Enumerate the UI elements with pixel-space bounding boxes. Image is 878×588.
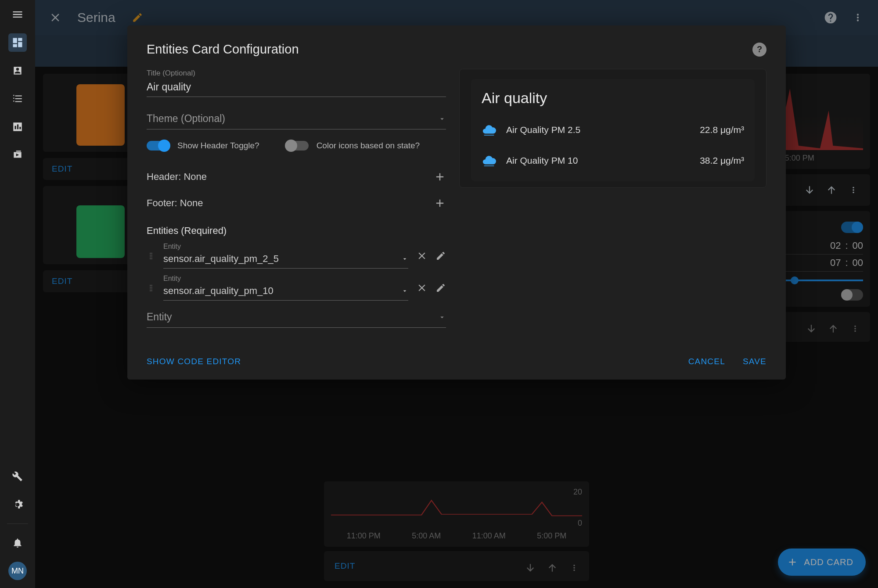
close-icon[interactable] [416, 250, 428, 262]
preview-row: Air Quality PM 10 38.2 μg/m³ [482, 145, 744, 176]
dashboard-icon[interactable] [8, 33, 27, 52]
nav-rail: MN [0, 0, 35, 588]
chevron-down-icon [438, 115, 446, 123]
title-field[interactable]: Title (Optional) [147, 69, 446, 97]
toggle-label: Color icons based on state? [317, 141, 420, 151]
avatar[interactable]: MN [8, 562, 27, 580]
header-none-label: Header: None [147, 171, 207, 183]
preview-value: 22.8 μg/m³ [700, 125, 744, 135]
hamburger-icon[interactable] [8, 5, 27, 24]
wrench-icon[interactable] [8, 467, 27, 486]
bar-chart-icon[interactable] [8, 118, 27, 136]
help-icon[interactable]: ? [752, 43, 766, 57]
cloud-icon [482, 122, 497, 137]
color-icons-toggle[interactable] [286, 141, 309, 151]
pencil-icon[interactable] [435, 283, 446, 293]
save-button[interactable]: SAVE [743, 357, 766, 366]
entity-select[interactable]: sensor.air_quality_pm_2_5 [163, 251, 408, 269]
drag-handle-icon[interactable] [147, 283, 155, 292]
chevron-down-icon [401, 255, 408, 262]
config-dialog: Entities Card Configuration ? Title (Opt… [127, 25, 786, 380]
chevron-down-icon [401, 287, 408, 294]
drag-handle-icon[interactable] [147, 251, 155, 260]
cloud-icon [482, 153, 497, 168]
footer-none-label: Footer: None [147, 197, 203, 209]
entity-row: Entity sensor.air_quality_pm_10 [147, 275, 446, 301]
toggle-label: Show Header Toggle? [177, 141, 259, 151]
theme-field[interactable]: Theme (Optional) [147, 108, 446, 129]
gear-icon[interactable] [8, 495, 27, 514]
entity-select[interactable]: sensor.air_quality_pm_10 [163, 283, 408, 301]
plus-icon[interactable] [434, 171, 446, 183]
modal-scrim[interactable]: Entities Card Configuration ? Title (Opt… [35, 0, 878, 588]
dialog-title: Entities Card Configuration [147, 42, 299, 57]
preview-frame: Air quality Air Quality PM 2.5 22.8 μg/m… [459, 69, 766, 188]
bell-icon[interactable] [8, 534, 27, 552]
list-icon[interactable] [8, 90, 27, 108]
entity-row: Entity sensor.air_quality_pm_2_5 [147, 243, 446, 269]
preview-value: 38.2 μg/m³ [700, 155, 744, 166]
entities-heading: Entities (Required) [147, 225, 446, 237]
pencil-icon[interactable] [435, 251, 446, 261]
cancel-button[interactable]: CANCEL [688, 357, 725, 366]
media-icon[interactable] [8, 146, 27, 164]
plus-icon[interactable] [434, 197, 446, 209]
preview-title: Air quality [482, 90, 744, 107]
new-entity-field[interactable]: Entity [147, 307, 446, 328]
title-input[interactable] [147, 79, 446, 97]
preview-row: Air Quality PM 2.5 22.8 μg/m³ [482, 115, 744, 145]
show-header-toggle[interactable] [147, 141, 169, 151]
show-code-editor-button[interactable]: SHOW CODE EDITOR [147, 357, 241, 366]
person-icon[interactable] [8, 61, 27, 80]
chevron-down-icon [438, 313, 446, 321]
close-icon[interactable] [416, 282, 428, 294]
